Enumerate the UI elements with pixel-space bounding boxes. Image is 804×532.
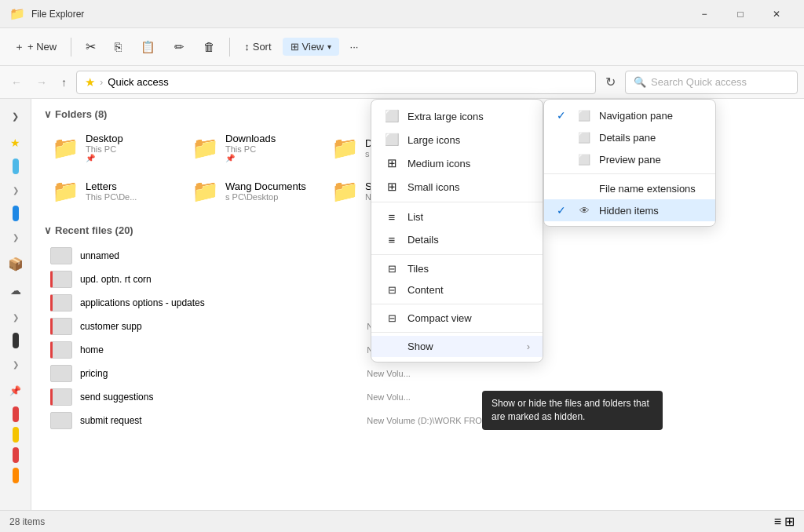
delete-button[interactable]: 🗑 (196, 37, 223, 56)
refresh-button[interactable]: ↻ (601, 71, 620, 93)
view-small-icons[interactable]: ⊞ Small icons (371, 175, 543, 199)
minimize-button[interactable]: − (686, 0, 722, 28)
status-bar: 28 items ≡ ⊞ (0, 510, 804, 532)
favorites-star-icon: ★ (85, 75, 95, 89)
navigation-pane-icon: ⬜ (577, 110, 591, 122)
view-large-icons[interactable]: ⬜ Large icons (371, 128, 543, 151)
up-button[interactable]: ↑ (57, 73, 71, 92)
medium-icon: ⊞ (384, 156, 400, 170)
view-extra-large-icons[interactable]: ⬜ Extra large icons (371, 104, 543, 128)
content-icon: ⊟ (384, 284, 400, 296)
new-icon: ＋ (14, 40, 24, 54)
address-path[interactable]: ★ › Quick access (76, 71, 596, 94)
sidebar-color-1 (13, 159, 19, 174)
sidebar-cloud-icon[interactable]: ☁ (3, 278, 28, 303)
sort-button[interactable]: ↕ Sort (236, 38, 279, 56)
view-sep-3 (371, 304, 543, 304)
app-icon: 📁 (9, 6, 25, 21)
details-pane-icon: ⬜ (577, 132, 591, 144)
list-item[interactable]: pricing New Volu... (44, 362, 791, 385)
grid-view-button[interactable]: ⊞ (784, 514, 795, 529)
show-preview-pane[interactable]: ✓ ⬜ Preview pane (544, 148, 715, 170)
sidebar-expand-icon[interactable]: ❯ (3, 104, 28, 129)
maximize-button[interactable]: □ (722, 0, 758, 28)
list-view-button[interactable]: ≡ (774, 514, 781, 529)
back-button[interactable]: ← (6, 73, 27, 92)
view-medium-icons[interactable]: ⊞ Medium icons (371, 151, 543, 175)
view-sep-1 (371, 202, 543, 202)
sidebar-color-6 (13, 447, 19, 463)
file-thumb (50, 388, 72, 406)
navigation-pane-check-icon: ✓ (557, 109, 569, 122)
status-view-controls: ≡ ⊞ (774, 514, 795, 529)
folder-downloads[interactable]: 📁 Downloads This PC 📌 (184, 128, 317, 167)
small-icon: ⊞ (384, 180, 400, 194)
list-item[interactable]: send suggestions New Volu... (44, 385, 791, 409)
list-item[interactable]: submit request New Volume (D:)\WORK FROM… (44, 409, 791, 432)
toolbar: ＋ + New ✂ ⎘ 📋 ✏ 🗑 ↕ Sort ⊞ View ▾ ··· (0, 28, 804, 66)
show-file-name-extensions[interactable]: ✓ File name extensions (544, 177, 715, 199)
sidebar-panel: ❯ ★ ❯ ❯ 📦 ☁ ❯ ❯ 📌 (0, 99, 31, 510)
paste-icon: 📋 (141, 40, 155, 54)
view-details[interactable]: ≡ Details (371, 228, 543, 251)
show-details-pane[interactable]: ✓ ⬜ Details pane (544, 126, 715, 148)
title-bar: 📁 File Explorer − □ ✕ (0, 0, 804, 28)
close-button[interactable]: ✕ (758, 0, 795, 28)
sidebar-expand-3[interactable]: ❯ (3, 224, 28, 250)
path-text: Quick access (108, 76, 168, 88)
folder-icon-documents: 📁 (331, 135, 359, 161)
recent-collapse-icon[interactable]: ∨ (44, 224, 52, 236)
view-button[interactable]: ⊞ View ▾ (283, 38, 339, 56)
sidebar-color-5 (13, 427, 19, 443)
folder-icon-letters: 📁 (52, 178, 79, 204)
paste-button[interactable]: 📋 (133, 37, 163, 57)
toolbar-sep-1 (71, 38, 71, 56)
path-sep: › (100, 76, 103, 88)
show-sep-1 (544, 173, 715, 174)
more-icon: ··· (350, 41, 359, 53)
more-button[interactable]: ··· (342, 38, 367, 56)
hidden-items-check-icon: ✓ (557, 204, 569, 217)
file-thumb (50, 341, 72, 359)
cut-icon: ✂ (86, 39, 96, 54)
search-box[interactable]: 🔍 Search Quick access (625, 71, 798, 94)
folder-letters[interactable]: 📁 Letters This PC\De... (44, 173, 177, 209)
file-thumb (50, 294, 72, 312)
sidebar-color-2 (13, 206, 19, 221)
folder-desktop[interactable]: 📁 Desktop This PC 📌 (44, 128, 177, 167)
copy-button[interactable]: ⎘ (107, 37, 130, 56)
compact-icon: ⊟ (384, 312, 400, 324)
tiles-icon: ⊟ (384, 263, 400, 275)
cut-button[interactable]: ✂ (78, 36, 104, 57)
show-hidden-items[interactable]: ✓ 👁 Hidden items (544, 199, 715, 221)
show-submenu: ✓ ⬜ Navigation pane ✓ ⬜ Details pane ✓ ⬜… (543, 99, 716, 227)
view-list[interactable]: ≡ List (371, 206, 543, 228)
folder-wangdocs[interactable]: 📁 Wang Documents s PC\Desktop (184, 173, 317, 209)
show-navigation-pane[interactable]: ✓ ⬜ Navigation pane (544, 104, 715, 126)
search-icon: 🔍 (634, 76, 646, 88)
sidebar-expand-2[interactable]: ❯ (3, 177, 28, 202)
forward-button[interactable]: → (31, 73, 52, 92)
folders-collapse-icon[interactable]: ∨ (44, 108, 52, 120)
view-compact[interactable]: ⊟ Compact view (371, 308, 543, 329)
view-content[interactable]: ⊟ Content (371, 279, 543, 301)
item-count: 28 items (9, 516, 45, 527)
view-sep-4 (371, 332, 543, 333)
details-icon: ≡ (384, 233, 400, 246)
sidebar-star-icon[interactable]: ★ (3, 130, 28, 155)
folder-icon-desktop: 📁 (52, 135, 79, 161)
window-controls: − □ ✕ (686, 0, 795, 28)
extra-large-icon: ⬜ (384, 109, 400, 123)
view-tiles[interactable]: ⊟ Tiles (371, 258, 543, 279)
tooltip-text: Show or hide the files and folders that … (492, 398, 649, 422)
new-button[interactable]: ＋ + New (6, 37, 64, 57)
sidebar-pin-icon[interactable]: 📌 (3, 378, 28, 403)
sidebar-expand-4[interactable]: ❯ (3, 304, 28, 330)
sidebar-expand-5[interactable]: ❯ (3, 352, 28, 377)
view-show[interactable]: Show › (371, 336, 543, 357)
rename-button[interactable]: ✏ (166, 37, 192, 57)
file-thumb (50, 412, 72, 429)
sidebar-dropbox-icon[interactable]: 📦 (3, 251, 28, 276)
folder-icon-sodapdf: 📁 (331, 178, 359, 204)
sidebar-color-3 (13, 333, 19, 348)
